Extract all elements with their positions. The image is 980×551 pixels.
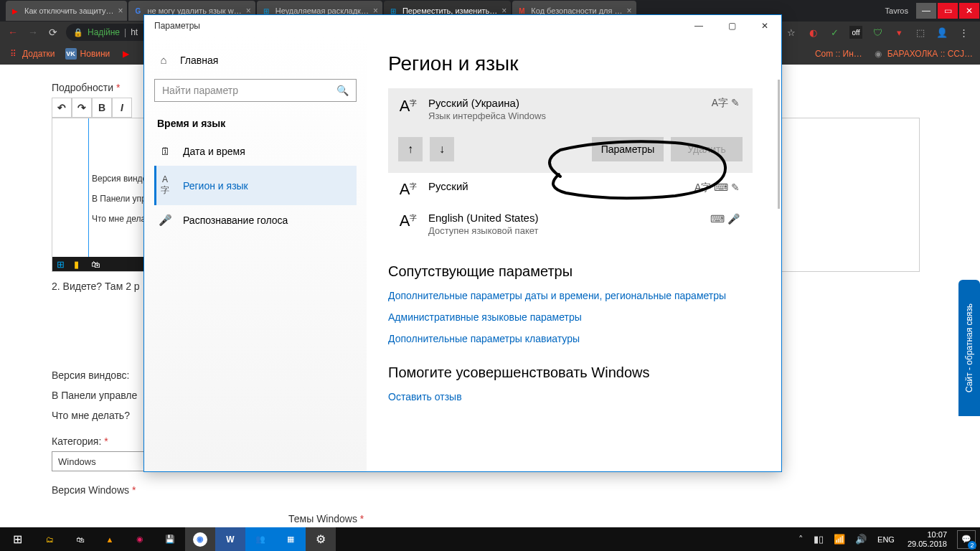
ext-icon[interactable]: 🛡 (871, 26, 884, 39)
minimize-button[interactable]: — (682, 15, 715, 37)
taskbar-store[interactable]: 🛍 (65, 527, 95, 551)
tray-chevron-icon[interactable]: ˄ (796, 534, 806, 545)
vk-icon: VK (65, 48, 77, 60)
bookmark-item[interactable]: Com :: Ин… (815, 49, 862, 59)
embedded-taskbar-snippet: ⊞ ▮ 🛍 (52, 257, 146, 271)
forward-icon[interactable]: → (26, 25, 40, 39)
browser-tab[interactable]: ▶Как отключить защиту…× (6, 1, 127, 21)
maximize-button[interactable]: ▢ (715, 15, 748, 37)
apps-button[interactable]: ⠿Додатки (7, 48, 55, 60)
maximize-button[interactable]: ▭ (938, 3, 958, 19)
bold-button[interactable]: B (92, 98, 112, 118)
taskbar-app[interactable]: ▦ (275, 527, 306, 551)
apps-icon: ⠿ (7, 48, 19, 60)
volume-icon[interactable]: 🔊 (853, 534, 869, 545)
feedback-tab[interactable]: Сайт - обратная связь (958, 280, 980, 416)
language-glyph-icon: A字 (398, 97, 418, 114)
close-icon[interactable]: × (118, 6, 123, 16)
settings-main: Регион и язык A字 Русский (Украина) Язык … (367, 37, 781, 471)
taskbar-app[interactable]: ▲ (95, 527, 125, 551)
move-up-button[interactable]: ↑ (398, 137, 423, 161)
nav-date-time[interactable]: 🗓 Дата и время (154, 136, 357, 166)
steam-icon: ◉ (872, 48, 884, 60)
language-glyph-icon: A字 (398, 180, 418, 197)
language-item[interactable]: A字 English (United States) Доступен язык… (388, 204, 753, 243)
taskbar-clock[interactable]: 10:07 29.05.2018 (903, 530, 951, 548)
window-title: Параметры (154, 21, 200, 31)
bookmark-item[interactable]: VKНовини (65, 48, 110, 60)
url-text: ht (131, 27, 138, 37)
taskbar-app[interactable]: ◉ (125, 527, 155, 551)
wifi-icon[interactable]: 📶 (831, 534, 847, 545)
youtube-icon: ▶ (120, 48, 131, 60)
ext-icon[interactable]: off (849, 26, 862, 39)
language-actions: ↑ ↓ Параметры Удалить (388, 130, 753, 173)
settings-titlebar[interactable]: Параметры — ▢ ✕ (144, 15, 781, 37)
language-subtitle: Язык интерфейса Windows (428, 110, 546, 121)
menu-icon[interactable]: ⋮ (957, 26, 970, 39)
italic-button[interactable]: I (112, 98, 132, 118)
related-link[interactable]: Административные языковые параметры (388, 311, 753, 323)
ext-icon[interactable]: ✓ (828, 26, 841, 39)
scrollbar[interactable] (778, 80, 780, 209)
language-name: Русский (Украина) (428, 97, 546, 109)
settings-search[interactable]: Найти параметр 🔍 (154, 79, 357, 102)
delete-button: Удалить (671, 137, 743, 161)
home-icon: ⌂ (157, 54, 170, 66)
nav-home[interactable]: ⌂ Главная (154, 47, 357, 73)
browser-user[interactable]: Tavros (878, 6, 915, 15)
win-version-label: Версия Windows * (52, 484, 973, 496)
notifications-button[interactable]: 💬 2 (957, 530, 976, 549)
settings-sidebar: ⌂ Главная Найти параметр 🔍 Время и язык … (144, 37, 367, 471)
search-icon: 🔍 (336, 85, 349, 96)
ext-icon[interactable]: ▾ (892, 26, 905, 39)
taskbar-settings[interactable]: ⚙ (306, 527, 336, 551)
reload-icon[interactable]: ⟳ (46, 25, 60, 39)
minimize-button[interactable]: — (916, 3, 936, 19)
bookmark-item[interactable]: ◉БАРАХОЛКА :: CCJ… (872, 48, 973, 60)
language-feature-icons: ⌨ 🎤 (710, 213, 740, 225)
related-link[interactable]: Дополнительные параметры даты и времени,… (388, 290, 753, 301)
bookmark-item[interactable]: ▶ (120, 48, 131, 60)
taskbar-word[interactable]: W (215, 527, 245, 551)
back-icon[interactable]: ← (6, 25, 20, 39)
language-feature-icons: A字 ✎ (712, 97, 740, 110)
taskbar-explorer[interactable]: 🗂 (34, 527, 65, 551)
star-icon[interactable]: ☆ (785, 26, 798, 39)
taskbar-app[interactable]: 💾 (155, 527, 185, 551)
language-name: Русский (428, 180, 468, 192)
undo-button[interactable]: ↶ (52, 98, 72, 118)
start-button[interactable]: ⊞ (0, 527, 34, 551)
windows-taskbar: ⊞ 🗂 🛍 ▲ ◉ 💾 ◉ W 👥 ▦ ⚙ ˄ ▮▯ 📶 🔊 ENG 10:07… (0, 527, 980, 551)
secure-label: Надійне (88, 27, 120, 37)
move-down-button[interactable]: ↓ (430, 137, 454, 161)
language-item[interactable]: A字 Русский A字 ⌨ ✎ (388, 173, 753, 204)
notif-badge: 2 (968, 541, 976, 550)
nav-speech[interactable]: 🎤 Распознавание голоса (154, 205, 357, 235)
language-indicator[interactable]: ENG (875, 535, 897, 544)
feedback-link[interactable]: Оставить отзыв (388, 391, 753, 402)
themes-label: Темы Windows * (288, 513, 364, 524)
related-link[interactable]: Дополнительные параметры клавиатуры (388, 333, 753, 344)
page-heading: Регион и язык (388, 52, 753, 75)
params-button[interactable]: Параметры (592, 137, 664, 161)
close-button[interactable]: ✕ (959, 3, 979, 19)
redo-button[interactable]: ↷ (72, 98, 92, 118)
ext-icon[interactable]: ◐ (806, 26, 819, 39)
related-heading: Сопутствующие параметры (388, 263, 753, 280)
ext-icon[interactable]: ⬚ (914, 26, 927, 39)
improve-heading: Помогите усовершенствовать Windows (388, 364, 753, 381)
settings-window: Параметры — ▢ ✕ ⌂ Главная Найти параметр… (143, 14, 782, 472)
win-icon: ⊞ (57, 259, 67, 269)
taskbar-chrome[interactable]: ◉ (185, 527, 215, 551)
battery-icon[interactable]: ▮▯ (811, 534, 826, 545)
ext-icon[interactable]: 👤 (936, 26, 948, 39)
lock-icon: 🔒 (73, 28, 83, 37)
taskbar-app[interactable]: 👥 (245, 527, 275, 551)
language-icon: A字 (159, 174, 171, 197)
close-button[interactable]: ✕ (748, 15, 781, 37)
nav-section-label: Время и язык (157, 118, 357, 129)
mic-icon: 🎤 (159, 214, 171, 227)
nav-region-language[interactable]: A字 Регион и язык (154, 166, 357, 205)
language-item-selected[interactable]: A字 Русский (Украина) Язык интерфейса Win… (388, 88, 753, 130)
